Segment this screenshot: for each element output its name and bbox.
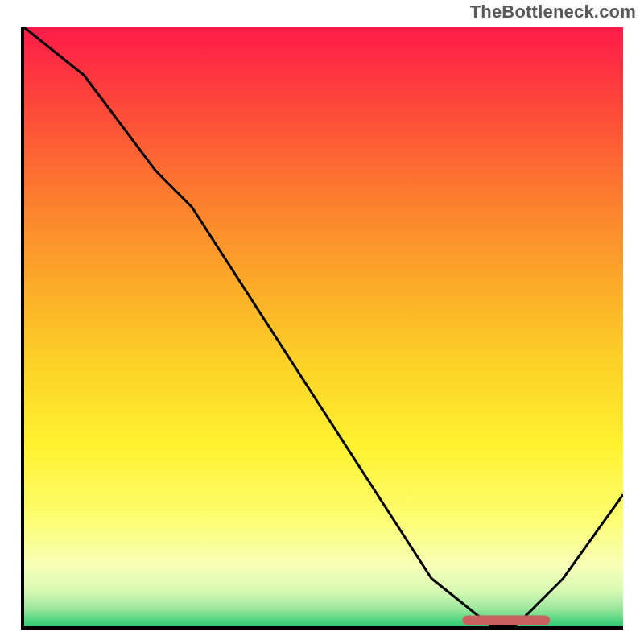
watermark-text: TheBottleneck.com bbox=[470, 2, 636, 23]
chart-svg bbox=[24, 27, 623, 626]
chart-plot-area bbox=[21, 27, 623, 630]
chart-frame bbox=[16, 23, 628, 634]
page-root: TheBottleneck.com bbox=[0, 0, 644, 644]
